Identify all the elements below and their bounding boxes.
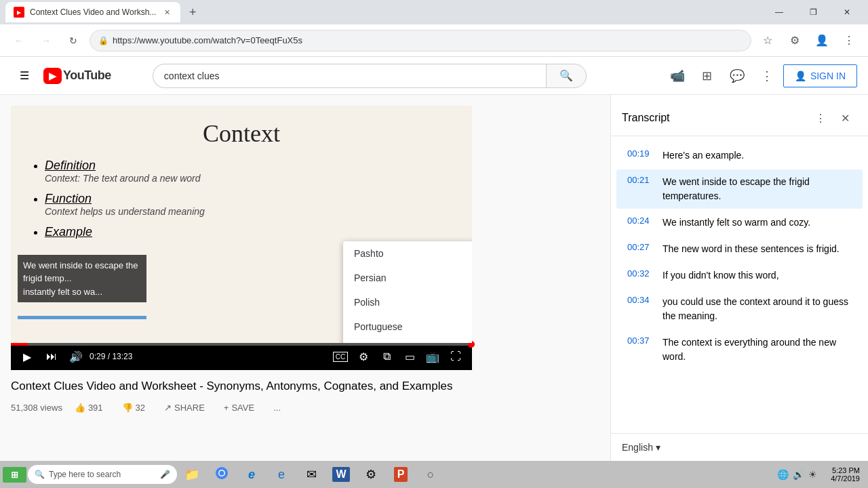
signin-button[interactable]: 👤 SIGN IN	[783, 64, 857, 87]
taskbar-app-mail[interactable]: ✉	[298, 462, 325, 487]
save-label: SAVE	[231, 403, 254, 413]
play-button[interactable]: ▶	[16, 346, 38, 367]
window-controls: — ❐ ✕	[764, 1, 863, 23]
transcript-text: We went inside to escape the frigid temp…	[663, 175, 852, 203]
transcript-entry-0037[interactable]: 00:37 The context is everything around t…	[616, 330, 863, 369]
like-count: 391	[88, 403, 103, 413]
transcript-entry-0027[interactable]: 00:27 The new word in these sentences is…	[616, 237, 863, 262]
bookmark-icon[interactable]: ☆	[757, 30, 778, 52]
settings-button[interactable]: ⚙	[353, 346, 374, 367]
more-icon[interactable]: ⋮	[838, 30, 860, 52]
transcript-entry-0032[interactable]: 00:32 If you didn't know this word,	[616, 263, 863, 288]
mail-icon: ✉	[307, 467, 317, 482]
miniplayer-button[interactable]: ⧉	[376, 346, 397, 367]
dislike-button[interactable]: 👎 32	[115, 399, 152, 417]
search-icon: 🔍	[35, 470, 45, 479]
transcript-entry-0034[interactable]: 00:34 you could use the context around i…	[616, 289, 863, 329]
refresh-button[interactable]: ↻	[62, 30, 84, 52]
dropdown-item-polish[interactable]: Polish	[343, 290, 472, 314]
transcript-time: 00:27	[627, 242, 652, 256]
network-icon[interactable]: 🌐	[777, 469, 789, 480]
start-icon: ⊞	[11, 470, 18, 480]
captions-button[interactable]: CC	[330, 346, 351, 367]
transcript-panel: Transcript ⋮ ✕ 00:19 Here's an example. …	[610, 95, 868, 461]
taskbar-right: 🌐 🔊 ☀ 5:23 PM 4/7/2019	[772, 466, 865, 483]
subtitle-bar	[18, 316, 146, 319]
taskbar-app-word[interactable]: W	[328, 462, 355, 487]
user-icon[interactable]: 👤	[811, 30, 833, 52]
transcript-text: We instantly felt so warm and cozy.	[663, 216, 810, 230]
close-button[interactable]: ✕	[831, 1, 863, 23]
dropdown-item-pashto[interactable]: Pashto	[343, 241, 472, 266]
brightness-icon[interactable]: ☀	[808, 469, 817, 480]
video-frame[interactable]: Context Definition Context: The text aro…	[11, 106, 472, 343]
transcript-entry-0024[interactable]: 00:24 We instantly felt so warm and cozy…	[616, 210, 863, 235]
language-label: English	[622, 442, 653, 453]
taskbar-app-chrome[interactable]	[208, 462, 235, 487]
fullscreen-button[interactable]: ⛶	[445, 346, 467, 367]
progress-bar[interactable]	[11, 343, 472, 346]
search-container: 🔍	[153, 64, 587, 88]
transcript-time: 00:32	[627, 268, 652, 283]
browser-addressbar: ← → ↻ 🔒 https://www.youtube.com/watch?v=…	[0, 24, 868, 57]
tab-favicon: ▶	[14, 7, 24, 18]
maximize-button[interactable]: ❐	[797, 1, 829, 23]
more-button[interactable]: ...	[267, 399, 288, 417]
taskbar-app-powerpoint[interactable]: P	[387, 462, 414, 487]
skip-button[interactable]: ⏭	[41, 346, 62, 367]
apps-icon[interactable]: ⊞	[694, 62, 721, 89]
more-options-icon[interactable]: ⋮	[753, 62, 781, 89]
transcript-entry-0019[interactable]: 00:19 Here's an example.	[616, 143, 863, 168]
tab-close-button[interactable]: ✕	[161, 7, 172, 18]
taskbar-clock: 5:23 PM 4/7/2019	[825, 466, 865, 483]
share-button[interactable]: ↗ SHARE	[157, 399, 212, 417]
volume-button[interactable]: 🔊	[65, 346, 87, 367]
video-section: Context Definition Context: The text aro…	[0, 95, 610, 461]
start-button[interactable]: ⊞	[3, 467, 26, 483]
save-button[interactable]: + SAVE	[217, 399, 261, 417]
taskbar-search[interactable]: 🔍 Type here to search 🎤	[28, 465, 177, 484]
transcript-menu-icon[interactable]: ⋮	[808, 106, 833, 130]
taskbar-app-edge[interactable]: e	[238, 462, 265, 487]
profile-icon[interactable]: ⚙	[784, 30, 806, 52]
new-tab-button[interactable]: +	[183, 3, 202, 22]
powerpoint-icon: P	[394, 467, 408, 482]
dropdown-item-punjabi[interactable]: Punjabi	[343, 339, 472, 343]
svg-point-2	[220, 470, 224, 475]
youtube-header: ☰ ▶ YouTube 🔍 📹 ⊞ 💬 ⋮ 👤 SIGN IN	[0, 57, 868, 95]
video-player: Context Definition Context: The text aro…	[11, 106, 472, 370]
search-button[interactable]: 🔍	[546, 64, 587, 88]
forward-button[interactable]: →	[35, 30, 57, 52]
minimize-button[interactable]: —	[764, 1, 795, 23]
volume-icon[interactable]: 🔊	[793, 469, 804, 480]
share-label: SHARE	[174, 403, 205, 413]
dropdown-item-persian[interactable]: Persian	[343, 266, 472, 290]
dropdown-item-portuguese[interactable]: Portuguese	[343, 314, 472, 339]
cast-button[interactable]: 📺	[422, 346, 443, 367]
taskbar-app-extra[interactable]: ○	[417, 462, 444, 487]
menu-icon[interactable]: ☰	[11, 62, 38, 89]
youtube-logo-icon: ▶	[43, 68, 62, 84]
overlay-line2: instantly felt so wa...	[23, 285, 141, 299]
theater-button[interactable]: ▭	[399, 346, 420, 367]
language-select[interactable]: English ▾	[622, 442, 660, 453]
player-controls: ▶ ⏭ 🔊 0:29 / 13:23 CC ⚙ ⧉ ▭ 📺 ⛶	[11, 343, 472, 370]
transcript-close-icon[interactable]: ✕	[833, 106, 857, 130]
transcript-entry-0021[interactable]: 00:21 We went inside to escape the frigi…	[616, 169, 863, 209]
message-icon[interactable]: 💬	[724, 62, 751, 89]
dislike-count: 32	[136, 403, 145, 413]
video-stats: 51,308 views 👍 391 👎 32 ↗ SHARE + SAVE	[11, 399, 599, 417]
taskbar-app-file-explorer[interactable]: 📁	[178, 462, 205, 487]
address-text: https://www.youtube.com/watch?v=0TeeqtFu…	[113, 35, 302, 45]
taskbar-app-ie[interactable]: e	[268, 462, 295, 487]
search-input[interactable]	[153, 64, 546, 88]
share-icon: ↗	[164, 403, 172, 413]
bullet1-label: Definition	[45, 159, 96, 172]
like-button[interactable]: 👍 391	[68, 399, 110, 417]
back-button[interactable]: ←	[8, 30, 30, 52]
youtube-logo[interactable]: ▶ YouTube	[43, 68, 111, 84]
taskbar-app-settings[interactable]: ⚙	[357, 462, 384, 487]
camera-icon[interactable]: 📹	[664, 62, 691, 89]
address-bar[interactable]: 🔒 https://www.youtube.com/watch?v=0Teeqt…	[90, 30, 751, 52]
browser-tab[interactable]: ▶ Context Clues Video and Worksh... ✕	[5, 2, 180, 22]
